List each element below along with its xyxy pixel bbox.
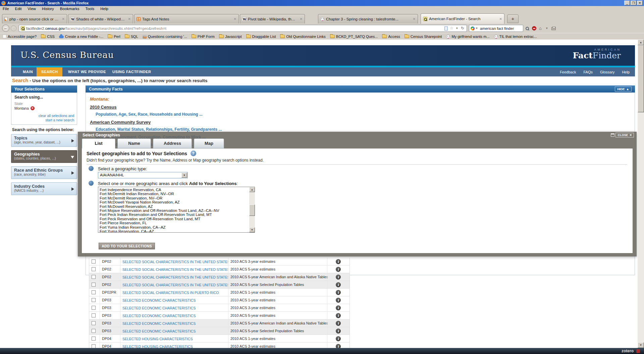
table-link[interactable]: SELECTED SOCIAL CHARACTERISTICS IN THE U… <box>122 268 228 272</box>
scroll-down-icon[interactable]: ▼ <box>638 342 644 348</box>
tab-close-icon[interactable]: ✕ <box>62 17 65 21</box>
search-bar[interactable]: ▾ american fact finder <box>469 25 523 32</box>
bookmark-item[interactable]: Access <box>382 35 400 39</box>
help-icon[interactable]: ? <box>191 151 196 156</box>
scroll-down-icon[interactable]: ▼ <box>249 227 255 232</box>
bookmark-item[interactable]: TIL that lemon extrac... <box>494 35 537 39</box>
dialog-close-button[interactable]: CLOSE✕ <box>615 133 634 137</box>
geo-list-item[interactable]: Fort McDermitt Indian Reservation, NV--O… <box>100 192 255 196</box>
row-checkbox[interactable] <box>92 337 96 341</box>
tab-factfinder-active[interactable]: American FactFinder - Search ✕ <box>421 13 504 24</box>
geo-list-item[interactable]: Fort McDowell Reservation, AZ <box>100 204 255 209</box>
table-link[interactable]: SELECTED SOCIAL CHARACTERISTICS IN THE U… <box>122 283 228 287</box>
bookmark-item[interactable]: BCKD_PT_SATQ Ques... <box>330 35 378 39</box>
info-icon[interactable]: i <box>336 290 341 295</box>
tab-close-icon[interactable]: ✕ <box>413 17 416 21</box>
print-icon[interactable] <box>551 27 556 30</box>
geo-list-item[interactable]: Fort McDermitt Reservation, NV--OR <box>100 196 255 200</box>
tab-map[interactable]: Map <box>194 138 224 149</box>
tab-address[interactable]: Address <box>153 138 192 149</box>
table-link[interactable]: SELECTED HOUSING CHARACTERISTICS <box>122 345 228 348</box>
row-checkbox[interactable] <box>92 313 96 317</box>
info-icon[interactable]: i <box>336 313 341 318</box>
table-link[interactable]: SELECTED ECONOMIC CHARACTERISTICS <box>122 321 228 326</box>
geo-list-item[interactable]: Fort Mojave Reservation and Off-Reservat… <box>100 209 255 213</box>
bookmark-item[interactable]: Questions containing '... <box>143 35 187 39</box>
bookmark-item[interactable]: Accessible page? <box>3 35 37 39</box>
new-tab-button[interactable]: + <box>507 14 519 23</box>
scrollbar-thumb[interactable] <box>249 204 255 216</box>
dialog-minimize-icon[interactable] <box>611 133 614 137</box>
education-link[interactable]: Education, Marital Status, Relationships… <box>96 127 222 132</box>
adblock-icon[interactable] <box>532 26 536 31</box>
minimize-button[interactable]: _ <box>624 1 630 5</box>
table-link[interactable]: SELECTED ECONOMIC CHARACTERISTICS <box>122 314 228 318</box>
info-icon[interactable]: i <box>336 259 341 264</box>
close-button[interactable]: ✕ <box>637 1 643 5</box>
bookmark-item[interactable]: Draggable List <box>246 35 276 39</box>
add-to-selections-button[interactable]: ADD TO YOUR SELECTIONS <box>99 243 155 249</box>
row-checkbox[interactable] <box>92 306 96 310</box>
menu-item[interactable]: Tools <box>85 7 94 11</box>
row-checkbox[interactable] <box>92 329 96 333</box>
nav-utility-link[interactable]: Feedback <box>560 70 576 74</box>
table-link[interactable]: SELECTED ECONOMIC CHARACTERISTICS <box>122 329 228 333</box>
bookmark-item[interactable]: Perl <box>108 35 120 39</box>
row-checkbox[interactable] <box>92 283 96 287</box>
nav-utility-link[interactable]: FAQs <box>583 70 593 74</box>
maximize-button[interactable]: ❐ <box>631 1 636 5</box>
home-icon[interactable]: ⌂ <box>539 26 543 31</box>
scroll-up-icon[interactable]: ▲ <box>638 40 644 45</box>
accordion-industry-codes[interactable]: Industry Codes (NAICS industry, ...) <box>11 182 77 195</box>
browser-scrollbar[interactable]: ▲ ▼ <box>638 40 644 348</box>
row-checkbox[interactable] <box>92 298 96 302</box>
info-icon[interactable]: i <box>336 344 341 348</box>
listbox-scrollbar[interactable]: ▲ ▼ <box>249 187 255 232</box>
table-link[interactable]: SELECTED SOCIAL CHARACTERISTICS IN PUERT… <box>122 291 228 295</box>
bookmark-page-icon[interactable] <box>444 26 448 31</box>
zotero-label[interactable]: zotero <box>622 349 634 353</box>
table-link[interactable]: SELECTED HOUSING CHARACTERISTICS <box>122 337 228 341</box>
accordion-topics[interactable]: Topics (age, income, year, dataset, ...) <box>11 134 77 147</box>
nav-what-we-provide[interactable]: WHAT WE PROVIDE <box>68 67 106 76</box>
bookmark-item[interactable]: Census Sharepoint <box>405 35 442 39</box>
table-link[interactable]: SELECTED SOCIAL CHARACTERISTICS IN THE U… <box>122 260 228 264</box>
tab-list[interactable]: List <box>82 138 115 149</box>
bookmark-item[interactable]: My girlfriend wants m... <box>446 35 489 39</box>
search-go-icon[interactable] <box>525 26 529 31</box>
menu-item[interactable]: Bookmarks <box>60 7 79 11</box>
geo-list-item[interactable]: Fort Yuma Indian Reservation, CA--AZ <box>100 225 255 229</box>
tab-wikipedia-shades[interactable]: Shades of white - Wikipedia, the free en… <box>68 14 133 23</box>
bookmark-item[interactable]: PHP Form <box>192 35 215 39</box>
nav-utility-link[interactable]: Help <box>622 70 630 74</box>
menu-item[interactable]: Edit <box>15 7 22 11</box>
scroll-up-icon[interactable]: ▲ <box>249 187 255 192</box>
tab-wikipedia-pivot[interactable]: Pivot table - Wikipedia, the free encycl… <box>240 14 305 23</box>
toolbar-dropdown-icon[interactable]: ▾ <box>546 26 549 31</box>
tab-name[interactable]: Name <box>117 138 151 149</box>
star-icon[interactable]: ☆ <box>450 26 454 31</box>
info-icon[interactable]: i <box>336 336 341 341</box>
info-icon[interactable]: i <box>336 267 341 272</box>
info-icon[interactable]: i <box>336 329 341 334</box>
geo-list-item[interactable]: Fort Peck Indian Reservation and Off-Res… <box>100 213 255 217</box>
tab-close-icon[interactable]: ✕ <box>128 17 131 21</box>
hide-button[interactable]: HIDE▲ <box>615 86 632 92</box>
tab-reddit-chapter3[interactable]: Chapter 3 - Spring cleaning : talesfromt… <box>318 14 418 23</box>
nav-main[interactable]: MAIN <box>23 67 33 76</box>
info-icon[interactable]: i <box>336 282 341 287</box>
info-icon[interactable]: i <box>336 275 341 280</box>
menu-item[interactable]: Help <box>100 7 108 11</box>
bookmark-item[interactable]: Old Questionnaire Links <box>280 35 325 39</box>
table-link[interactable]: SELECTED ECONOMIC CHARACTERISTICS <box>122 306 228 310</box>
geo-type-select[interactable]: AIA/ANA/HHL ▼ <box>98 172 188 178</box>
url-dropdown-icon[interactable]: ▾ <box>456 26 459 31</box>
back-button[interactable]: ← <box>2 24 9 32</box>
nav-search[interactable]: SEARCH <box>37 67 62 76</box>
url-bar[interactable]: factfinder2.census.gov/faces/nav/jsf/pag… <box>19 25 467 32</box>
info-icon[interactable]: i <box>336 298 341 303</box>
geo-list-item[interactable]: Fort McDowell Yavapai Nation Reservation… <box>100 200 255 204</box>
table-link[interactable]: SELECTED SOCIAL CHARACTERISTICS IN THE U… <box>122 275 228 279</box>
bookmark-item[interactable]: Create a new Fiddle -... <box>59 35 103 39</box>
menu-item[interactable]: File <box>3 7 9 11</box>
